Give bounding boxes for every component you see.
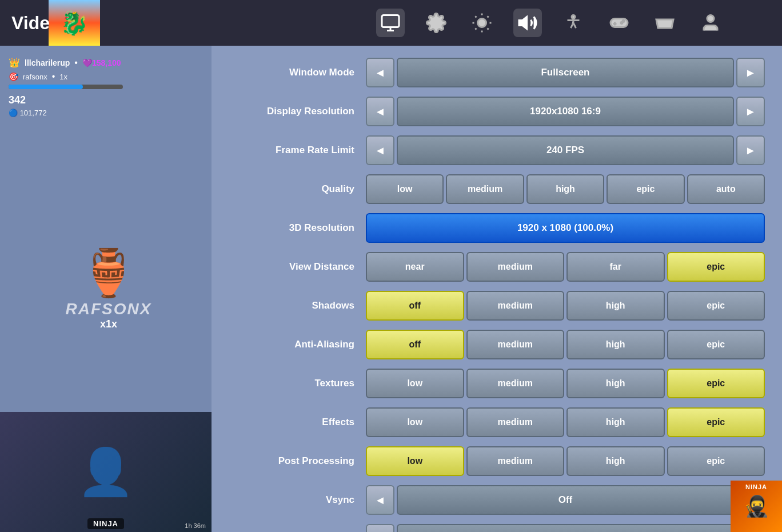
quality-group4-5: nearmediumfarepic: [366, 252, 765, 282]
quality4-btn-off-7[interactable]: off: [366, 330, 464, 359]
setting-row-3: Qualitylowmediumhighepicauto: [229, 174, 765, 205]
quality4-btn-high-7[interactable]: high: [566, 330, 665, 359]
xp-bar-container: [9, 85, 123, 89]
setting-control-6: offmediumhighepic: [366, 291, 765, 321]
resolution-display-4: 1920 x 1080 (100.0%): [366, 213, 765, 243]
setting-row-12: Motion Blur◄Off►: [229, 523, 765, 532]
quality-btn-high[interactable]: high: [526, 174, 604, 204]
setting-label-10: Post Processing: [229, 455, 366, 467]
quality4-btn-off-6[interactable]: off: [366, 291, 464, 321]
quality-btn-medium[interactable]: medium: [446, 174, 524, 204]
setting-control-8: lowmediumhighepic: [366, 369, 765, 398]
username2: rafsonx: [23, 73, 47, 81]
quality-group4-7: offmediumhighepic: [366, 330, 765, 359]
quality-btn-auto[interactable]: auto: [687, 174, 765, 204]
quality-group-3: lowmediumhighepicauto: [366, 174, 765, 204]
quality4-btn-low-10[interactable]: low: [366, 446, 464, 476]
xp-count: 🔵 101,772: [9, 109, 203, 117]
arrow-right-0[interactable]: ►: [736, 58, 765, 87]
quality4-btn-epic-5[interactable]: epic: [667, 252, 765, 282]
brightness-icon[interactable]: [468, 9, 496, 37]
svg-line-7: [475, 16, 476, 17]
ninja-corner-overlay: NINJA 🥷: [731, 481, 782, 532]
setting-label-3: Quality: [229, 183, 366, 195]
controller-icon[interactable]: [605, 9, 633, 37]
quality4-btn-high-9[interactable]: high: [566, 407, 665, 437]
nav-icons-bar: [376, 9, 725, 37]
ninja-overlay-inner: NINJA 🥷: [731, 481, 782, 532]
setting-control-4: 1920 x 1080 (100.0%): [366, 213, 765, 243]
quality4-btn-low-8[interactable]: low: [366, 369, 464, 398]
value-display-12: Off: [397, 524, 734, 532]
setting-label-9: Effects: [229, 417, 366, 428]
setting-control-5: nearmediumfarepic: [366, 252, 765, 282]
quality4-btn-medium-10[interactable]: medium: [466, 446, 565, 476]
quality-group4-9: lowmediumhighepic: [366, 407, 765, 437]
quality4-btn-high-8[interactable]: high: [566, 369, 665, 398]
setting-control-11: ◄Off►: [366, 485, 765, 515]
setting-control-0: ◄Fullscreen►: [366, 58, 765, 87]
svg-point-18: [707, 15, 714, 22]
char-figure: 🏺: [29, 246, 189, 300]
webcam-inner: 👤 NINJA 1h 36m: [0, 412, 212, 532]
quality-btn-low[interactable]: low: [366, 174, 444, 204]
setting-label-5: View Distance: [229, 261, 366, 273]
quality4-btn-epic-9[interactable]: epic: [667, 407, 765, 437]
profile-icon[interactable]: [696, 9, 725, 37]
quality4-btn-near-5[interactable]: near: [366, 252, 464, 282]
arrow-right-2[interactable]: ►: [736, 135, 765, 165]
arrow-left-2[interactable]: ◄: [366, 135, 394, 165]
quality4-btn-high-6[interactable]: high: [566, 291, 665, 321]
settings-panel: Window Mode◄Fullscreen►Display Resolutio…: [212, 46, 782, 532]
gear-icon[interactable]: [422, 9, 450, 37]
quality4-btn-epic-8[interactable]: epic: [667, 369, 765, 398]
game-banner-image: 🐉: [49, 0, 100, 46]
quality4-btn-low-9[interactable]: low: [366, 407, 464, 437]
quality4-btn-medium-8[interactable]: medium: [466, 369, 565, 398]
level-badge: 1x: [59, 73, 67, 81]
quality4-btn-medium-7[interactable]: medium: [466, 330, 565, 359]
coins-display: 💜158,100: [82, 58, 121, 67]
crown-icon: 👑: [9, 57, 20, 68]
setting-row-10: Post Processinglowmediumhighepic: [229, 446, 765, 477]
quality4-btn-epic-7[interactable]: epic: [667, 330, 765, 359]
setting-control-7: offmediumhighepic: [366, 330, 765, 359]
monitor-icon[interactable]: [376, 9, 405, 37]
value-display-0: Fullscreen: [397, 58, 734, 87]
quality4-btn-high-10[interactable]: high: [566, 446, 665, 476]
char-multiplier: x1x: [29, 318, 189, 330]
arrow-left-11[interactable]: ◄: [366, 485, 394, 515]
gamepad-icon[interactable]: [651, 9, 679, 37]
setting-control-10: lowmediumhighepic: [366, 446, 765, 476]
setting-control-1: ◄1920x1080 16:9►: [366, 97, 765, 126]
setting-row-0: Window Mode◄Fullscreen►: [229, 57, 765, 88]
quality4-btn-epic-10[interactable]: epic: [667, 446, 765, 476]
quality-group4-6: offmediumhighepic: [366, 291, 765, 321]
level-row: 🎯 rafsonx • 1x: [9, 71, 203, 82]
svg-point-14: [572, 15, 575, 19]
svg-marker-13: [519, 17, 527, 29]
setting-row-1: Display Resolution◄1920x1080 16:9►: [229, 96, 765, 127]
quality4-btn-far-5[interactable]: far: [566, 252, 665, 282]
volume-icon[interactable]: [513, 9, 542, 37]
setting-row-2: Frame Rate Limit◄240 FPS►: [229, 135, 765, 166]
svg-point-17: [623, 21, 624, 22]
arrow-right-1[interactable]: ►: [736, 97, 765, 126]
setting-label-1: Display Resolution: [229, 106, 366, 117]
character-name: RAFSONX: [29, 300, 189, 318]
setting-label-0: Window Mode: [229, 67, 366, 78]
arrow-left-0[interactable]: ◄: [366, 58, 394, 87]
quality4-btn-epic-6[interactable]: epic: [667, 291, 765, 321]
arrow-left-12[interactable]: ◄: [366, 524, 394, 532]
arrow-left-1[interactable]: ◄: [366, 97, 394, 126]
xp-bar-fill: [9, 85, 83, 89]
quality-btn-epic[interactable]: epic: [607, 174, 684, 204]
app-title: Vide: [0, 13, 50, 34]
setting-label-11: Vsync: [229, 494, 366, 506]
quality4-btn-medium-5[interactable]: medium: [466, 252, 565, 282]
quality4-btn-medium-6[interactable]: medium: [466, 291, 565, 321]
setting-control-3: lowmediumhighepicauto: [366, 174, 765, 204]
quality4-btn-medium-9[interactable]: medium: [466, 407, 565, 437]
user-info: 👑 lllcharilerup • 💜158,100 🎯 rafsonx • 1…: [6, 51, 206, 123]
accessibility-icon[interactable]: [559, 9, 588, 37]
